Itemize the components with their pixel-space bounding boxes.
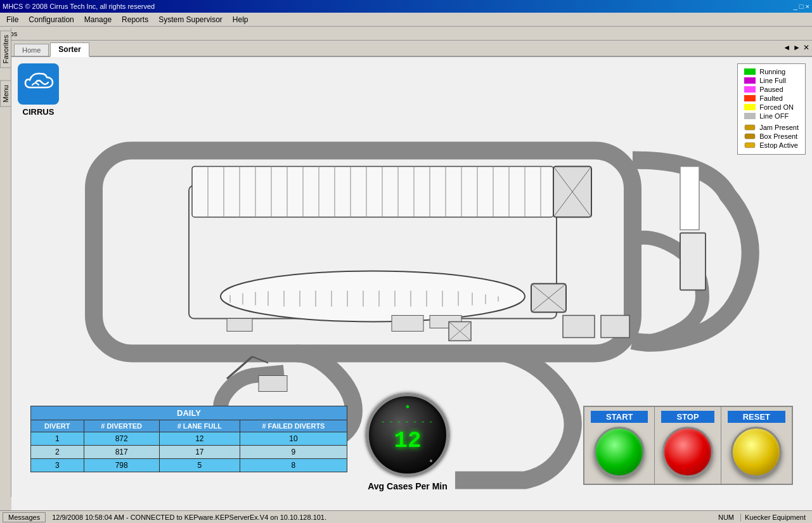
title-controls: _ □ ×: [794, 3, 809, 10]
legend: Running Line Full Paused Faulted Forced …: [737, 63, 806, 155]
svg-rect-66: [745, 143, 755, 148]
daily-title: DAILY: [30, 406, 347, 420]
legend-linefull: Line Full: [744, 77, 799, 84]
table-row: 3 798 5 8: [31, 459, 347, 472]
tab-row: Home Sorter ◄ ► ✕: [11, 41, 812, 57]
estop-icon: [744, 142, 756, 148]
logo-area: CIRRUS: [18, 63, 59, 117]
tab-sorter[interactable]: Sorter: [50, 42, 89, 57]
paused-label: Paused: [759, 86, 783, 93]
menu-tab[interactable]: Menu: [0, 81, 11, 107]
svg-point-28: [221, 271, 525, 322]
running-color-swatch: [744, 68, 756, 75]
title-text: MHCS © 2008 Cirrus Tech Inc, all rights …: [3, 3, 155, 10]
status-bar: Messages 12/9/2008 10:58:04 AM - CONNECT…: [0, 510, 812, 523]
menu-help[interactable]: Help: [228, 14, 254, 25]
tab-next[interactable]: ►: [793, 43, 801, 52]
cell-lanefull-3: 5: [159, 459, 240, 472]
gauge-dashes: - - - - - - -: [382, 416, 434, 427]
gauge-area: - - - - - - - 12 Avg Cases Per Min: [366, 394, 449, 491]
tab-prev[interactable]: ◄: [783, 43, 790, 52]
jam-icon: [744, 124, 756, 131]
start-button-area: START: [584, 407, 655, 484]
svg-rect-51: [680, 233, 706, 290]
gauge: - - - - - - - 12: [366, 394, 449, 476]
cell-lanefull-2: 17: [159, 446, 240, 459]
tab-close[interactable]: ✕: [803, 43, 809, 52]
svg-rect-55: [563, 316, 595, 338]
num-indicator: NUM: [718, 513, 740, 521]
start-button[interactable]: [594, 427, 645, 477]
cell-diverted-3: 798: [84, 459, 159, 472]
cell-failed-1: 10: [240, 432, 347, 446]
svg-rect-65: [745, 134, 755, 139]
linefull-label: Line Full: [759, 77, 786, 84]
forced-on-color-swatch: [744, 104, 756, 110]
line-off-color-swatch: [744, 113, 756, 119]
tabs-bar: Tabs: [0, 27, 812, 41]
cell-failed-3: 8: [240, 459, 347, 472]
table-row: 2 817 17 9: [31, 446, 347, 459]
tab-nav: ◄ ► ✕: [783, 43, 809, 52]
linefull-color-swatch: [744, 77, 756, 84]
gauge-inner: - - - - - - - 12: [382, 416, 434, 454]
svg-rect-2: [192, 167, 553, 217]
running-label: Running: [759, 68, 785, 75]
title-bar: MHCS © 2008 Cirrus Tech Inc, all rights …: [0, 0, 812, 13]
legend-jam: Jam Present: [744, 124, 799, 131]
cell-divert-3: 3: [31, 459, 84, 472]
menu-reports[interactable]: Reports: [117, 14, 153, 25]
close-btn[interactable]: ×: [806, 3, 809, 10]
legend-line-off: Line OFF: [744, 112, 799, 120]
table-header-row: DIVERT # DIVERTED # LANE FULL # FAILED D…: [31, 420, 347, 432]
daily-table-area: DAILY DIVERT # DIVERTED # LANE FULL # FA…: [30, 406, 347, 472]
svg-rect-54: [259, 376, 287, 392]
svg-rect-58: [392, 316, 423, 332]
svg-rect-64: [745, 125, 755, 130]
legend-faulted: Faulted: [744, 94, 799, 102]
menu-manage[interactable]: Manage: [79, 14, 117, 25]
cell-lanefull-1: 12: [159, 432, 240, 446]
box-label: Box Present: [759, 132, 797, 140]
jam-label: Jam Present: [759, 124, 799, 131]
tab-home[interactable]: Home: [14, 44, 49, 56]
control-buttons: START STOP RESET: [583, 406, 793, 485]
cell-divert-2: 2: [31, 446, 84, 459]
faulted-color-swatch: [744, 95, 756, 101]
minimize-btn[interactable]: _: [794, 3, 797, 10]
legend-estop: Estop Active: [744, 141, 799, 149]
gauge-dot: [406, 405, 409, 408]
svg-rect-56: [601, 316, 629, 338]
stop-button[interactable]: [662, 427, 713, 477]
stop-button-area: STOP: [655, 407, 721, 484]
col-lane-full: # LANE FULL: [159, 420, 240, 432]
svg-rect-57: [227, 319, 252, 332]
reset-button[interactable]: [731, 427, 782, 477]
menu-configuration[interactable]: Configuration: [23, 14, 79, 25]
favorites-tab[interactable]: Favorites: [0, 30, 11, 68]
gauge-value: 12: [394, 428, 421, 454]
logo-box: [18, 63, 59, 105]
line-off-label: Line OFF: [759, 112, 789, 120]
cell-diverted-2: 817: [84, 446, 159, 459]
messages-button[interactable]: Messages: [3, 512, 46, 522]
brand-text: Kuecker Equipment: [740, 513, 809, 521]
cell-diverted-1: 872: [84, 432, 159, 446]
menu-file[interactable]: File: [1, 14, 23, 25]
faulted-label: Faulted: [759, 94, 783, 102]
status-text: 12/9/2008 10:58:04 AM - CONNECTED to KEP…: [52, 513, 718, 521]
forced-on-label: Forced ON: [759, 103, 794, 111]
menu-system-supervisor[interactable]: System Supervisor: [153, 14, 228, 25]
cell-failed-2: 9: [240, 446, 347, 459]
legend-running: Running: [744, 68, 799, 75]
legend-forced-on: Forced ON: [744, 103, 799, 111]
gauge-small-dot: [430, 460, 432, 462]
svg-rect-63: [680, 167, 699, 230]
col-failed: # FAILED DIVERTS: [240, 420, 347, 432]
box-icon: [744, 133, 756, 139]
estop-label: Estop Active: [759, 141, 798, 149]
legend-box: Box Present: [744, 132, 799, 140]
daily-table: DIVERT # DIVERTED # LANE FULL # FAILED D…: [30, 420, 347, 472]
maximize-btn[interactable]: □: [799, 3, 804, 10]
menu-bar: File Configuration Manage Reports System…: [0, 13, 812, 27]
